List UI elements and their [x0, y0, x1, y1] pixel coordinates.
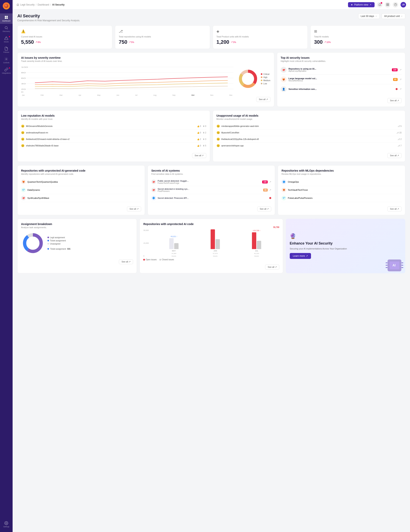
unprotected-code-list: 🦊 QuantumTech/QuantumQuokka 💎 DataDynamo…	[21, 178, 141, 202]
sidebar-item-settings-label: Settings	[3, 526, 9, 528]
sidebar-item-policies[interactable]: Policies	[0, 45, 13, 55]
bar-chart-see-all-button[interactable]: See all ↗	[265, 265, 279, 270]
secret-badge-0: 100	[262, 180, 268, 183]
sidebar-item-integrations[interactable]: Integrations	[0, 66, 13, 76]
low-reputation-title: Low reputation AI models	[21, 114, 206, 117]
svg-rect-39	[386, 267, 388, 268]
promo-cta-button[interactable]: Learn more ↗	[290, 253, 311, 259]
top-issues-see-all-button[interactable]: See all ↗	[387, 98, 401, 103]
stat-icon-0: ⚠️	[21, 29, 109, 34]
model-item-1: 😐 andreaskoepf/oasst-rm 👍 0 ⬇ 2	[21, 129, 206, 136]
jun-closed-bar	[216, 239, 220, 249]
model-stats-0: 👍 0 ⬇ 0	[197, 125, 206, 127]
secret-badge-1: 80	[263, 189, 268, 191]
view-toggle-button[interactable]	[385, 2, 390, 8]
may-closed-bar	[174, 243, 179, 249]
model-name-3: shahules786/blade2blade-t5-base	[26, 144, 195, 147]
legend-high: High	[261, 76, 270, 78]
jul-open-bar	[252, 232, 256, 249]
page-content: AI Security Comprehensive AI Risk Manage…	[13, 10, 410, 532]
svg-text:100: 100	[21, 66, 28, 68]
page-title: AI Security	[17, 13, 80, 19]
secret-arrow-0[interactable]: ↗	[269, 180, 271, 183]
breadcrumb-current: AI Security	[52, 3, 64, 6]
jul-change: +23,735 ↑	[253, 229, 261, 231]
may-open-bar	[169, 238, 173, 249]
severity-see-all-button[interactable]: See all ↗	[256, 97, 270, 102]
svg-rect-37	[386, 262, 388, 263]
sidebar-item-controls[interactable]: Controls	[0, 55, 13, 66]
bar-chart-legend: Open issues Closed issues	[143, 258, 279, 261]
unapproved-icon-3: 😐	[217, 144, 220, 147]
stat-change-0: ↗ 8%	[36, 41, 41, 43]
top-ai-issues-card: Top AI security issues Highlight most cr…	[277, 52, 405, 107]
unapproved-stats-0: ⎇ 5	[398, 125, 401, 127]
legend-dot-legit	[47, 237, 49, 238]
model-stats-2: 👍 2 ⬇ 3	[197, 138, 206, 140]
stat-icon-1: ⎇	[119, 29, 206, 34]
svg-rect-41	[401, 265, 403, 266]
stats-row: ⚠️ Current total AI issues 5,550 ↗ 8% ⎇ …	[17, 25, 405, 49]
ai-decoration-svg: AI	[382, 256, 405, 273]
unapproved-see-all-button[interactable]: See all ↗	[387, 153, 401, 158]
user-avatar[interactable]: LB	[401, 2, 406, 8]
sidebar-item-settings[interactable]: Settings	[3, 519, 9, 530]
low-reputation-card: Low reputation AI models Identify AI mod…	[17, 110, 210, 162]
secrets-ai-title: Secrets of AI systems	[151, 169, 272, 172]
secret-arrow-1[interactable]: ↗	[269, 189, 271, 191]
promo-subtitle: Securing your AI implementations Across …	[290, 247, 347, 250]
issue-arrow-2[interactable]: ↗	[400, 88, 401, 90]
sidebar-item-dashboard-label: Dashboard	[2, 20, 10, 22]
issue-arrow-1[interactable]: ↗	[400, 78, 401, 81]
may-count: 14,284	[172, 253, 176, 254]
sidebar-item-issues[interactable]: Issues	[0, 34, 13, 45]
jul-bars	[252, 232, 261, 249]
mlops-see-all-button[interactable]: See all ↗	[387, 207, 401, 211]
may-change: +8,121 ↑	[171, 236, 177, 238]
unapproved-name-2: theblackcat102/pythia-12b-deduped-sft	[221, 138, 396, 140]
app-logo	[3, 2, 10, 10]
unapproved-icon-1: 😐	[217, 131, 220, 134]
top-ai-issues-subtitle: Highlight most critical AI security vuln…	[281, 60, 401, 62]
secret-icon-0: 🐙	[151, 180, 156, 184]
issues-badge	[9, 36, 10, 38]
page-header: AI Security Comprehensive AI Risk Manage…	[17, 13, 405, 22]
repo-item-2: 🐙 SynthLabs/SynthWave	[21, 194, 141, 202]
open-legend-dot	[143, 259, 145, 260]
svg-rect-3	[5, 18, 6, 19]
main-content: Legit Security / Dashboard / AI Security…	[13, 0, 410, 532]
mlops-repo-item-0: 🔷 OmegaOps	[282, 178, 401, 186]
assignment-see-all-button[interactable]: See all ↗	[119, 259, 133, 264]
mlops-repos-subtitle: Review MLOps tool usage in repositories.	[282, 173, 401, 175]
unit-filter-button[interactable]: All product unit	[382, 13, 405, 19]
issue-arrow-0[interactable]: ↗	[400, 68, 401, 71]
bar-chart-card: Repositories with unprotected AI code 55…	[140, 219, 283, 273]
secrets-see-all-button[interactable]: See all ↗	[257, 207, 272, 211]
assignment-legend: Legit assignment Ticket assignment Unass…	[47, 237, 71, 250]
low-rep-see-all-button[interactable]: See all ↗	[192, 153, 206, 158]
sidebar-item-discovery[interactable]: Discovery	[0, 24, 13, 34]
assignment-donut	[21, 231, 45, 255]
unapproved-stats-3: ⎇ 7	[398, 145, 401, 147]
stat-card-2: ◈ Total Product units with AI models 1,2…	[213, 25, 308, 49]
secret-org-1: PixelPioneers	[158, 190, 262, 192]
unprotected-code-see-all-button[interactable]: See all ↗	[127, 207, 141, 211]
chevron-down-icon	[375, 15, 377, 17]
assignment-area: Legit assignment Ticket assignment Unass…	[21, 231, 133, 255]
platform-view-button[interactable]: ★ Platform view	[348, 2, 374, 7]
mlops-repo-name-1: TechVault/TechTrove	[288, 189, 308, 191]
svg-rect-40	[401, 262, 403, 263]
may-label: MAY	[172, 250, 176, 252]
svg-rect-10	[386, 4, 387, 4]
assignment-donut-svg	[21, 231, 45, 255]
notifications-button[interactable]	[377, 2, 383, 8]
issue-name-0: Repository is using an AI...	[289, 67, 390, 70]
sidebar-item-dashboard[interactable]: Dashboard	[0, 13, 13, 24]
stat-icon-3: ⊞	[314, 29, 401, 34]
secret-name-1: Secret detected in ticketing sys...	[158, 188, 262, 190]
bars-container: +8,121 ↑ MAY 14,284 Issues	[145, 229, 277, 257]
help-button[interactable]	[393, 2, 398, 8]
unapproved-stats-2: ⎇ 2	[398, 138, 401, 140]
date-filter-button[interactable]: Last 30 days	[358, 13, 380, 19]
legend-dot-unassigned	[47, 243, 49, 245]
